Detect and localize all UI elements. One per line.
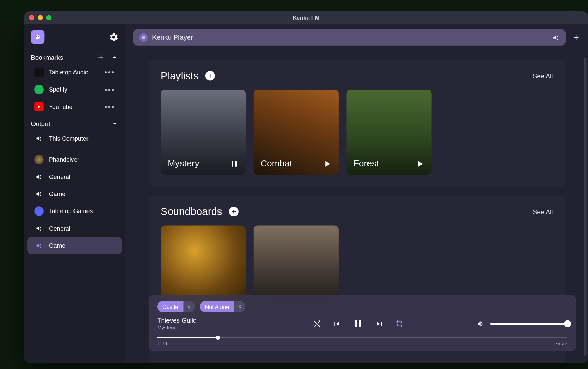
pause-icon[interactable] bbox=[229, 159, 239, 169]
chip-label: Not Alone bbox=[200, 301, 234, 312]
track-info: Thieves Guild Mystery bbox=[157, 316, 252, 331]
now-playing-bar: Castle Not Alone Thieves Guild Mystery bbox=[149, 295, 576, 351]
chip-label: Castle bbox=[157, 301, 184, 312]
bookmark-label: YouTube bbox=[49, 103, 72, 110]
sound-chip-castle[interactable]: Castle bbox=[157, 301, 195, 312]
sound-chip-not-alone[interactable]: Not Alone bbox=[200, 301, 245, 312]
tab-volume-button[interactable] bbox=[552, 33, 560, 41]
add-bookmark-button[interactable] bbox=[97, 53, 105, 61]
output-label: Output bbox=[31, 120, 50, 127]
playlist-name: Forest bbox=[353, 158, 379, 168]
bookmark-item-tabletop-audio[interactable]: Tabletop Audio ••• bbox=[27, 64, 122, 81]
topbar: Kenku Player bbox=[125, 24, 588, 51]
output-item-general[interactable]: General bbox=[27, 168, 122, 185]
bookmarks-header: Bookmarks bbox=[24, 49, 125, 64]
app-logo-icon bbox=[31, 30, 44, 44]
bookmark-label: Tabletop Audio bbox=[49, 69, 89, 76]
seek-bar[interactable] bbox=[157, 337, 567, 338]
output-item-tabletop-games[interactable]: Tabletop Games bbox=[27, 203, 122, 219]
track-title: Thieves Guild bbox=[157, 316, 252, 324]
content-area: Playlists See All Mystery Combat bbox=[125, 51, 588, 363]
output-label: Game bbox=[49, 242, 65, 249]
output-item-general-2[interactable]: General bbox=[27, 220, 122, 236]
bookmark-item-youtube[interactable]: YouTube ••• bbox=[27, 98, 122, 115]
tabletop-audio-icon bbox=[34, 68, 44, 77]
play-icon[interactable] bbox=[415, 159, 425, 169]
output-label: This Computer bbox=[49, 135, 89, 142]
output-label: General bbox=[49, 225, 70, 232]
playlist-card-forest[interactable]: Forest bbox=[347, 90, 432, 175]
settings-button[interactable] bbox=[109, 32, 119, 42]
sidebar: Bookmarks Tabletop Audio ••• Spotify ••• bbox=[24, 24, 125, 363]
pause-button[interactable] bbox=[352, 317, 364, 329]
playlist-card-combat[interactable]: Combat bbox=[254, 90, 339, 175]
playlists-title: Playlists bbox=[161, 70, 199, 82]
shuffle-button[interactable] bbox=[312, 319, 321, 328]
volume-icon bbox=[34, 223, 44, 233]
divider bbox=[30, 149, 120, 149]
collapse-bookmarks-button[interactable] bbox=[111, 53, 119, 61]
player-tab[interactable]: Kenku Player bbox=[133, 29, 566, 46]
output-label: Game bbox=[49, 191, 65, 197]
next-button[interactable] bbox=[375, 319, 384, 328]
svg-point-3 bbox=[142, 36, 145, 39]
output-item-this-computer[interactable]: This Computer bbox=[27, 130, 122, 147]
bookmark-item-spotify[interactable]: Spotify ••• bbox=[27, 81, 122, 98]
add-tab-button[interactable] bbox=[572, 33, 580, 42]
youtube-icon bbox=[34, 102, 44, 111]
output-item-phandelver[interactable]: Phandelver bbox=[27, 151, 122, 168]
player-tab-label: Kenku Player bbox=[152, 33, 193, 41]
time-elapsed: 1:28 bbox=[157, 341, 167, 347]
bookmark-label: Spotify bbox=[49, 86, 67, 93]
titlebar: Kenku FM bbox=[24, 11, 588, 24]
kenku-player-icon bbox=[139, 33, 148, 42]
loop-button[interactable] bbox=[395, 319, 404, 328]
main-area: Kenku Player Playlists See All bbox=[125, 24, 588, 363]
output-label: Tabletop Games bbox=[49, 208, 93, 215]
svg-point-1 bbox=[36, 36, 37, 37]
chip-remove-button[interactable] bbox=[184, 301, 195, 312]
output-item-game-active[interactable]: Game bbox=[27, 237, 122, 254]
add-playlist-button[interactable] bbox=[205, 71, 215, 81]
server-avatar-icon bbox=[34, 155, 44, 164]
scrollbar[interactable] bbox=[584, 58, 587, 356]
volume-slider[interactable] bbox=[490, 323, 567, 324]
output-item-game[interactable]: Game bbox=[27, 186, 122, 202]
previous-button[interactable] bbox=[332, 319, 341, 328]
window-title: Kenku FM bbox=[24, 14, 588, 21]
volume-icon bbox=[34, 172, 44, 181]
volume-icon bbox=[34, 134, 44, 144]
spotify-icon bbox=[34, 85, 44, 94]
output-header: Output bbox=[24, 115, 125, 130]
add-soundboard-button[interactable] bbox=[229, 207, 239, 216]
bookmarks-label: Bookmarks bbox=[31, 54, 63, 61]
soundboards-title: Soundboards bbox=[161, 206, 222, 218]
play-icon[interactable] bbox=[322, 159, 332, 169]
playlist-name: Combat bbox=[260, 158, 292, 168]
volume-icon bbox=[34, 189, 44, 199]
collapse-output-button[interactable] bbox=[111, 120, 119, 127]
output-label: Phandelver bbox=[49, 156, 79, 163]
app-window: Kenku FM Bookmarks Tabl bbox=[24, 11, 588, 363]
discord-icon bbox=[34, 206, 44, 216]
soundboards-see-all-link[interactable]: See All bbox=[533, 208, 553, 215]
playlist-card-mystery[interactable]: Mystery bbox=[161, 90, 246, 175]
time-remaining: -8:32 bbox=[556, 341, 567, 347]
output-label: General bbox=[49, 173, 70, 180]
playlists-see-all-link[interactable]: See All bbox=[533, 72, 553, 79]
volume-icon bbox=[34, 241, 44, 250]
chip-remove-button[interactable] bbox=[234, 301, 245, 312]
playlist-name: Mystery bbox=[168, 158, 199, 168]
mute-button[interactable] bbox=[476, 320, 484, 328]
svg-point-2 bbox=[38, 36, 39, 37]
playlists-panel: Playlists See All Mystery Combat bbox=[149, 60, 565, 187]
track-subtitle: Mystery bbox=[157, 325, 252, 331]
